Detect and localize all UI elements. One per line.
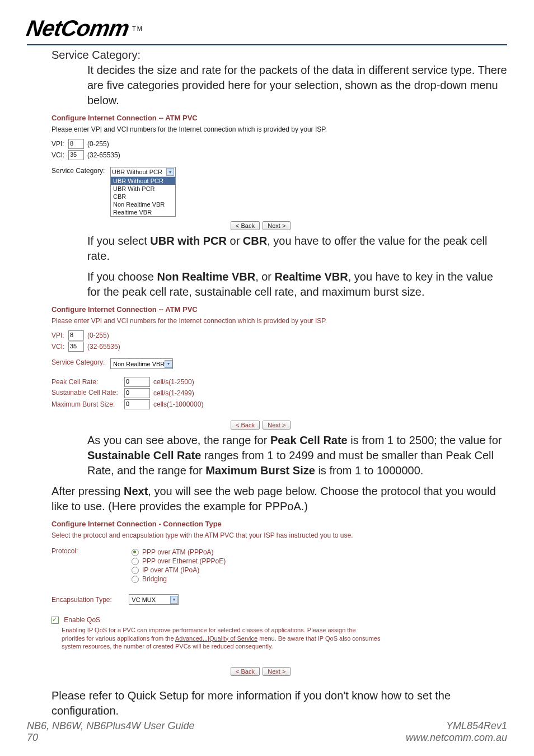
footer-page-number: 70 xyxy=(27,732,194,744)
encapsulation-label: Encapsulation Type: xyxy=(51,596,127,604)
dropdown-selected: UBR Without PCR xyxy=(112,169,162,175)
sustainable-cell-rate-range: cell/s(1-2499) xyxy=(153,389,194,397)
vpi-label: VPI: xyxy=(51,140,68,148)
vpi-range: (0-255) xyxy=(87,140,109,148)
paragraph-ubr-cbr: If you select UBR with PCR or CBR, you h… xyxy=(87,234,507,264)
service-category-dropdown[interactable]: UBR Without PCR ▾ UBR Without PCR UBR Wi… xyxy=(110,167,176,217)
max-burst-size-input[interactable]: 0 xyxy=(124,399,150,409)
enable-qos-checkbox[interactable] xyxy=(51,617,59,624)
vci-input[interactable]: 35 xyxy=(68,150,84,160)
qos-note: Enabling IP QoS for a PVC can improve pe… xyxy=(62,626,381,650)
footer-doc-rev: YML854Rev1 xyxy=(406,720,507,732)
trademark: TM xyxy=(132,25,143,32)
chevron-down-icon[interactable]: ▾ xyxy=(165,360,172,368)
back-button[interactable]: < Back xyxy=(231,221,260,230)
dropdown-option[interactable]: CBR xyxy=(111,193,175,200)
shot3-title: Configure Internet Connection - Connecti… xyxy=(51,520,507,528)
screenshot-atm-pvc-vbr: Configure Internet Connection -- ATM PVC… xyxy=(51,305,507,430)
radio-pppoe[interactable] xyxy=(132,558,139,565)
encapsulation-select[interactable]: VC MUX ▾ xyxy=(129,594,179,605)
peak-cell-rate-input[interactable]: 0 xyxy=(124,377,150,387)
next-button[interactable]: Next > xyxy=(263,421,291,430)
vpi-label: VPI: xyxy=(51,332,68,339)
next-button[interactable]: Next > xyxy=(263,221,291,230)
vci-range: (32-65535) xyxy=(87,151,120,159)
service-category-label: Service Category: xyxy=(51,358,110,366)
shot1-instruction: Please enter VPI and VCI numbers for the… xyxy=(51,125,507,133)
footer-guide-title: NB6, NB6W, NB6Plus4W User Guide xyxy=(27,720,194,732)
paragraph-quick-setup: Please refer to Quick Setup for more inf… xyxy=(51,688,507,718)
paragraph-next: After pressing Next, you will see the we… xyxy=(51,484,507,514)
chevron-down-icon[interactable]: ▾ xyxy=(170,596,178,604)
logo: NetComm TM xyxy=(27,16,507,41)
radio-label: Bridging xyxy=(142,575,167,583)
vci-label: VCI: xyxy=(51,151,68,159)
logo-text: NetComm xyxy=(25,16,131,41)
dropdown-option[interactable]: UBR Without PCR xyxy=(111,177,175,185)
sustainable-cell-rate-label: Sustainable Cell Rate: xyxy=(51,389,124,396)
header-rule xyxy=(27,44,507,45)
next-button[interactable]: Next > xyxy=(263,667,291,676)
max-burst-size-label: Maximum Burst Size: xyxy=(51,400,124,408)
max-burst-size-range: cells(1-1000000) xyxy=(153,400,203,408)
enable-qos-label: Enable QoS xyxy=(64,616,100,624)
vci-range: (32-65535) xyxy=(87,343,120,351)
select-value: VC MUX xyxy=(132,596,170,603)
sustainable-cell-rate-input[interactable]: 0 xyxy=(124,388,150,398)
protocol-label: Protocol: xyxy=(51,547,132,584)
service-category-label: Service Category: xyxy=(51,167,110,175)
paragraph-vbr: If you choose Non Realtime VBR, or Realt… xyxy=(87,269,507,300)
chevron-down-icon[interactable]: ▾ xyxy=(166,168,174,176)
shot3-instruction: Select the protocol and encapsulation ty… xyxy=(51,531,354,539)
footer-url: www.netcomm.com.au xyxy=(406,732,507,744)
service-category-select[interactable]: Non Realtime VBR ▾ xyxy=(110,358,173,369)
peak-cell-rate-range: cell/s(1-2500) xyxy=(153,378,194,386)
radio-label: IP over ATM (IPoA) xyxy=(142,566,199,574)
vci-label: VCI: xyxy=(51,343,68,351)
screenshot-connection-type: Configure Internet Connection - Connecti… xyxy=(51,520,507,676)
back-button[interactable]: < Back xyxy=(231,421,260,430)
radio-label: PPP over ATM (PPPoA) xyxy=(142,548,214,556)
vpi-range: (0-255) xyxy=(87,332,109,339)
page-footer: NB6, NB6W, NB6Plus4W User Guide 70 YML85… xyxy=(27,720,507,744)
paragraph-ranges: As you can see above, the range for Peak… xyxy=(87,433,507,478)
vci-input[interactable]: 35 xyxy=(68,342,84,352)
radio-label: PPP over Ethernet (PPPoE) xyxy=(142,557,226,565)
dropdown-option[interactable]: Realtime VBR xyxy=(111,208,175,216)
screenshot-atm-pvc-dropdown: Configure Internet Connection -- ATM PVC… xyxy=(51,114,507,230)
dropdown-option[interactable]: UBR With PCR xyxy=(111,185,175,193)
vpi-input[interactable]: 8 xyxy=(68,330,84,340)
radio-ipoa[interactable] xyxy=(132,567,139,574)
back-button[interactable]: < Back xyxy=(231,667,260,676)
shot1-title: Configure Internet Connection -- ATM PVC xyxy=(51,114,507,122)
qos-link[interactable]: Advanced...|Quality of Service xyxy=(175,635,257,642)
peak-cell-rate-label: Peak Cell Rate: xyxy=(51,378,124,386)
vpi-input[interactable]: 8 xyxy=(68,139,84,149)
dropdown-option[interactable]: Non Realtime VBR xyxy=(111,200,175,208)
section-title: Service Category: xyxy=(51,49,507,62)
intro-paragraph: It decides the size and rate for the pac… xyxy=(87,63,507,108)
radio-pppoa[interactable] xyxy=(132,549,139,556)
radio-bridging[interactable] xyxy=(132,576,139,583)
shot2-instruction: Please enter VPI and VCI numbers for the… xyxy=(51,317,507,325)
select-value: Non Realtime VBR xyxy=(113,361,165,367)
shot2-title: Configure Internet Connection -- ATM PVC xyxy=(51,305,507,314)
